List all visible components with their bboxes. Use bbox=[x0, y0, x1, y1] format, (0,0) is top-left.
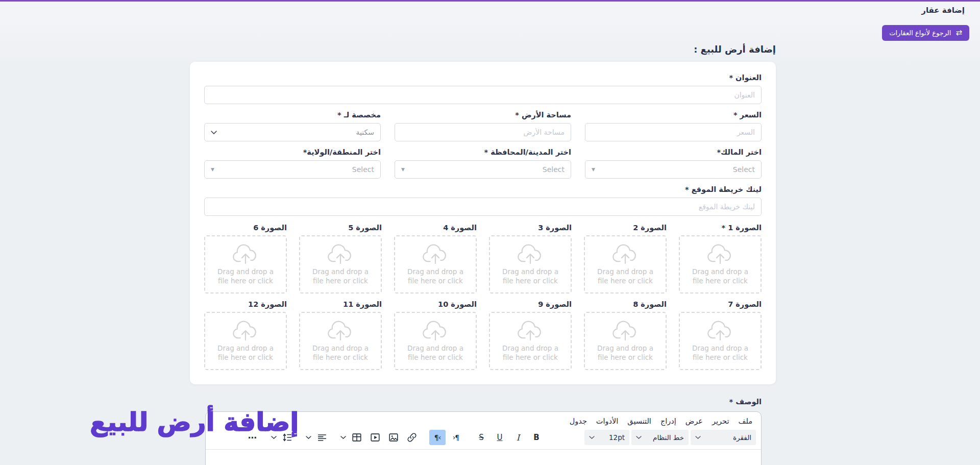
dropzone-text: Drag and drop a file here or click bbox=[307, 344, 374, 362]
designated-for-value: سكنية bbox=[356, 128, 374, 136]
image-label: الصورة 2 bbox=[584, 223, 667, 232]
top-accent-bar bbox=[0, 0, 980, 2]
image-dropzone[interactable]: Drag and drop a file here or click bbox=[584, 312, 667, 370]
title-input[interactable] bbox=[204, 86, 762, 104]
price-input[interactable] bbox=[585, 123, 762, 141]
font-size-dropdown[interactable]: 12pt bbox=[584, 430, 629, 445]
chevron-down-icon bbox=[589, 436, 595, 439]
owner-field: اختر المالك* Select ▼ bbox=[585, 148, 762, 179]
designated-for-select[interactable]: سكنية bbox=[204, 123, 381, 141]
cloud-upload-icon bbox=[705, 243, 736, 266]
image-label: الصورة 11 bbox=[299, 300, 382, 309]
menu-format[interactable]: التنسيق bbox=[623, 415, 656, 427]
chevron-down-icon bbox=[636, 436, 642, 439]
dropzone-text: Drag and drop a file here or click bbox=[307, 267, 374, 285]
cloud-upload-icon bbox=[230, 243, 261, 266]
italic-button[interactable]: I bbox=[510, 430, 526, 445]
chevron-down-icon[interactable] bbox=[339, 436, 347, 439]
image-upload-cell: الصورة 8 Drag and drop a file here or cl… bbox=[584, 300, 667, 370]
strikethrough-button[interactable]: S bbox=[473, 430, 489, 445]
cloud-upload-icon bbox=[325, 320, 356, 342]
bold-button[interactable]: B bbox=[528, 430, 545, 445]
font-family-value: خط النظام bbox=[653, 433, 684, 442]
cloud-upload-icon bbox=[610, 243, 641, 266]
region-field: اختر المنطقة/الولاية* Select ▼ bbox=[204, 148, 381, 179]
menu-insert[interactable]: إدراج bbox=[656, 415, 681, 427]
table-icon bbox=[351, 432, 362, 443]
back-to-property-types-button[interactable]: ⇄ الرجوع لأنواع العقارات bbox=[882, 25, 969, 41]
image-label: الصورة 3 bbox=[489, 223, 572, 232]
image-upload-grid: الصورة 1 * Drag and drop a file here or … bbox=[204, 223, 762, 370]
city-placeholder: Select bbox=[543, 165, 565, 174]
image-dropzone[interactable]: Drag and drop a file here or click bbox=[489, 312, 572, 370]
image-upload-cell: الصورة 1 * Drag and drop a file here or … bbox=[679, 223, 762, 293]
menu-table[interactable]: جدول bbox=[565, 415, 592, 427]
cloud-upload-icon bbox=[515, 243, 546, 266]
owner-label: اختر المالك* bbox=[585, 148, 762, 157]
video-icon bbox=[370, 432, 381, 443]
image-dropzone[interactable]: Drag and drop a file here or click bbox=[679, 312, 762, 370]
insert-table-button[interactable] bbox=[349, 430, 365, 445]
back-button-label: الرجوع لأنواع العقارات bbox=[889, 29, 951, 37]
image-dropzone[interactable]: Drag and drop a file here or click bbox=[584, 235, 667, 293]
ltr-paragraph-icon: ›¶ bbox=[453, 433, 459, 442]
align-button[interactable] bbox=[314, 430, 330, 445]
image-upload-cell: الصورة 2 Drag and drop a file here or cl… bbox=[584, 223, 667, 293]
image-dropzone[interactable]: Drag and drop a file here or click bbox=[299, 312, 382, 370]
city-field: اختر المدينة/المحافظة * Select ▼ bbox=[395, 148, 571, 179]
description-label: الوصف * bbox=[729, 398, 762, 406]
image-dropzone[interactable]: Drag and drop a file here or click bbox=[394, 312, 477, 370]
land-area-field: مساحة الأرض * bbox=[395, 110, 571, 141]
designated-for-label: مخصصة لـ * bbox=[204, 110, 381, 119]
menu-edit[interactable]: تحرير bbox=[707, 415, 733, 427]
dropzone-text: Drag and drop a file here or click bbox=[592, 267, 658, 285]
image-upload-cell: الصورة 10 Drag and drop a file here or c… bbox=[394, 300, 477, 370]
section-heading: إضافة أرض للبيع : bbox=[694, 44, 776, 55]
cloud-upload-icon bbox=[420, 320, 451, 342]
region-select[interactable]: Select ▼ bbox=[204, 160, 381, 179]
add-land-form-card: العنوان * السعر * مساحة الأرض * مخصصة لـ… bbox=[190, 62, 776, 384]
image-label: الصورة 5 bbox=[299, 223, 382, 232]
font-family-dropdown[interactable]: خط النظام bbox=[631, 430, 689, 445]
image-dropzone[interactable]: Drag and drop a file here or click bbox=[394, 235, 477, 293]
land-area-label: مساحة الأرض * bbox=[395, 110, 571, 119]
image-label: الصورة 6 bbox=[204, 223, 287, 232]
insert-media-button[interactable] bbox=[367, 430, 383, 445]
paragraph-style-dropdown[interactable]: الفقرة bbox=[691, 430, 756, 445]
editor-content-area[interactable] bbox=[206, 450, 761, 465]
land-area-input[interactable] bbox=[395, 123, 571, 141]
insert-link-button[interactable] bbox=[404, 430, 420, 445]
city-select[interactable]: Select ▼ bbox=[395, 160, 571, 179]
menu-view[interactable]: عرض bbox=[681, 415, 707, 427]
image-dropzone[interactable]: Drag and drop a file here or click bbox=[299, 235, 382, 293]
image-upload-cell: الصورة 3 Drag and drop a file here or cl… bbox=[489, 223, 572, 293]
image-upload-cell: الصورة 11 Drag and drop a file here or c… bbox=[299, 300, 382, 370]
region-label: اختر المنطقة/الولاية* bbox=[204, 148, 381, 157]
menu-file[interactable]: ملف bbox=[733, 415, 757, 427]
underline-button[interactable]: U bbox=[492, 430, 508, 445]
image-dropzone[interactable]: Drag and drop a file here or click bbox=[204, 312, 287, 370]
direction-rtl-button[interactable]: ¶‹ bbox=[429, 430, 446, 445]
title-label: العنوان * bbox=[204, 73, 762, 82]
image-dropzone[interactable]: Drag and drop a file here or click bbox=[204, 235, 287, 293]
cloud-upload-icon bbox=[705, 320, 736, 342]
map-link-input[interactable] bbox=[204, 198, 762, 216]
dropzone-text: Drag and drop a file here or click bbox=[212, 267, 279, 285]
chevron-down-icon[interactable] bbox=[305, 436, 312, 439]
owner-placeholder: Select bbox=[733, 165, 755, 174]
dropzone-text: Drag and drop a file here or click bbox=[497, 344, 564, 362]
chevron-down-icon bbox=[695, 436, 701, 439]
image-dropzone[interactable]: Drag and drop a file here or click bbox=[679, 235, 762, 293]
image-dropzone[interactable]: Drag and drop a file here or click bbox=[489, 235, 572, 293]
page-title: إضافة عقار bbox=[921, 6, 965, 15]
image-icon bbox=[388, 432, 399, 443]
menu-tools[interactable]: الأدوات bbox=[592, 415, 623, 427]
owner-select[interactable]: Select ▼ bbox=[585, 160, 762, 179]
direction-ltr-button[interactable]: ›¶ bbox=[448, 430, 464, 445]
designated-for-field: مخصصة لـ * سكنية bbox=[204, 110, 381, 141]
insert-image-button[interactable] bbox=[385, 430, 402, 445]
image-label: الصورة 7 bbox=[679, 300, 762, 309]
dropzone-text: Drag and drop a file here or click bbox=[687, 267, 753, 285]
dropzone-text: Drag and drop a file here or click bbox=[687, 344, 753, 362]
dropzone-text: Drag and drop a file here or click bbox=[212, 344, 279, 362]
